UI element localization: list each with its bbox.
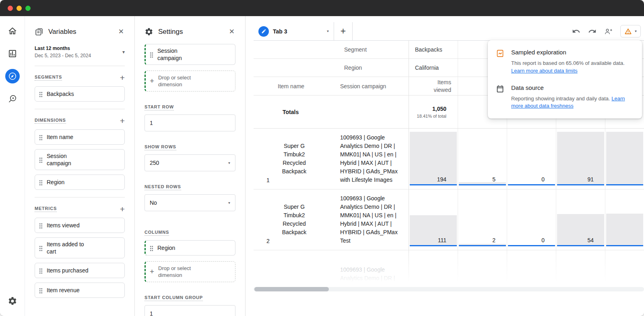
- row-index: 2: [266, 238, 270, 244]
- plus-icon: +: [150, 77, 154, 85]
- cell-bar: [606, 214, 643, 245]
- sampling-status-dropdown[interactable]: ▾: [620, 25, 641, 37]
- variables-panel: Variables ✕ Last 12 months Dec 5, 2023 -…: [25, 16, 135, 316]
- cell-baseline: [459, 184, 506, 185]
- drag-handle-icon: [39, 91, 43, 97]
- date-range: Dec 5, 2023 - Dec 5, 2024: [35, 53, 122, 58]
- nested-rows-label: NESTED ROWS: [144, 184, 181, 190]
- metric-cell: 0: [507, 129, 556, 189]
- variables-icon: [35, 27, 43, 36]
- cell-bar: [410, 284, 457, 287]
- nested-rows-select[interactable]: No ▾: [144, 194, 235, 211]
- drag-handle-icon: [39, 222, 43, 229]
- nav-explore-button[interactable]: [5, 69, 20, 83]
- metric-chip-item-revenue[interactable]: Item revenue: [35, 283, 125, 298]
- show-rows-label: SHOW ROWS: [144, 144, 176, 150]
- data-limits-link[interactable]: Learn more about data limits: [511, 68, 578, 74]
- add-metric-button[interactable]: +: [120, 205, 125, 213]
- column-header-session-campaign[interactable]: Session campaign: [334, 77, 409, 95]
- chevron-down-icon: ▾: [228, 201, 230, 204]
- metric-cell-clipped: [605, 129, 644, 189]
- segments-label: SEGMENTS: [35, 75, 62, 81]
- start-row-label: START ROW: [144, 104, 174, 110]
- calendar-icon: [496, 85, 504, 93]
- dimension-chip-session-campaign[interactable]: Session campaign: [35, 149, 125, 170]
- metric-cell: 2: [458, 189, 507, 250]
- cell-bar: [410, 215, 457, 245]
- sampling-popover: Sampled exploration This report is based…: [488, 40, 642, 118]
- add-segment-button[interactable]: +: [120, 73, 125, 82]
- cell-bar: [557, 214, 604, 245]
- settings-close-button[interactable]: ✕: [227, 27, 236, 37]
- region-label: Region: [334, 59, 409, 77]
- cell-bar: [557, 132, 604, 184]
- region-value: California: [409, 59, 458, 77]
- date-range-selector[interactable]: Last 12 months Dec 5, 2023 - Dec 5, 2024…: [35, 43, 125, 58]
- zoom-window-button[interactable]: [25, 6, 31, 11]
- close-window-button[interactable]: [8, 6, 13, 11]
- rows-chip-session-campaign[interactable]: Session campaign: [144, 44, 235, 65]
- scrollbar-thumb[interactable]: [254, 287, 329, 291]
- data-source-title: Data source: [511, 84, 633, 91]
- redo-icon: [588, 27, 597, 35]
- metric-cell-clipped: [605, 189, 644, 250]
- add-tab-button[interactable]: +: [334, 22, 353, 40]
- tab-3[interactable]: Tab 3 ▾: [254, 22, 334, 40]
- totals-label: Totals: [283, 109, 299, 115]
- totals-share: 18.41% of total: [417, 114, 446, 118]
- nav-rail: [0, 16, 25, 316]
- chevron-down-icon: ▾: [122, 49, 125, 55]
- minimize-window-button[interactable]: [17, 6, 22, 11]
- session-campaign-cell: 1009693 | Google Analytics Demo | DR | M…: [334, 129, 409, 189]
- metric-cell-items-viewed: 194: [409, 129, 458, 189]
- metric-chip-items-viewed[interactable]: Items viewed: [35, 218, 125, 233]
- drag-handle-icon: [39, 157, 43, 163]
- start-column-group-input[interactable]: [144, 305, 235, 316]
- divider: [35, 109, 125, 109]
- canvas-toolbar: ▾: [572, 22, 644, 40]
- dimension-chip-item-name[interactable]: Item name: [35, 129, 125, 145]
- metric-cell-items-viewed: 111: [409, 189, 458, 250]
- variables-title: Variables: [48, 28, 112, 36]
- nav-advertising-button[interactable]: [6, 93, 19, 105]
- cell-baseline: [606, 245, 643, 246]
- undo-button[interactable]: [572, 27, 580, 35]
- nav-reports-button[interactable]: [6, 48, 19, 60]
- table-row-1: 1 Super G Timbuk2 Recycled Backpack 1009…: [254, 129, 644, 189]
- metric-chip-items-added-to-cart[interactable]: Items added to cart: [35, 237, 125, 258]
- explore-compass-icon: [8, 71, 17, 81]
- cell-baseline: [508, 184, 555, 185]
- tab-label: Tab 3: [273, 28, 287, 35]
- add-dimension-button[interactable]: +: [120, 116, 125, 125]
- chevron-down-icon: ▾: [228, 161, 230, 164]
- columns-chip-region[interactable]: Region: [144, 240, 235, 256]
- sampled-title: Sampled exploration: [511, 49, 625, 56]
- cell-baseline: [557, 184, 604, 185]
- start-row-input[interactable]: [144, 114, 235, 131]
- segment-label: Segment: [334, 41, 409, 58]
- cell-baseline: [410, 245, 457, 246]
- home-icon: [8, 26, 17, 36]
- dimensions-label: DIMENSIONS: [35, 118, 66, 124]
- redo-button[interactable]: [588, 27, 597, 35]
- nav-admin-button[interactable]: [6, 295, 19, 307]
- dimension-chip-region[interactable]: Region: [35, 175, 125, 190]
- share-add-user-button[interactable]: [604, 27, 613, 35]
- metric-cell: [409, 250, 458, 287]
- drag-handle-icon: [39, 179, 43, 185]
- segment-chip-backpacks[interactable]: Backpacks: [35, 86, 125, 102]
- app-body: Variables ✕ Last 12 months Dec 5, 2023 -…: [0, 16, 644, 316]
- settings-title: Settings: [158, 28, 223, 36]
- nav-home-button[interactable]: [6, 25, 19, 37]
- metric-chip-items-purchased[interactable]: Items purchased: [35, 263, 125, 278]
- cell-baseline: [459, 245, 506, 246]
- variables-close-button[interactable]: ✕: [117, 27, 126, 37]
- pencil-icon: [261, 29, 266, 34]
- column-header-item-name[interactable]: Item name: [254, 77, 334, 95]
- columns-dropzone[interactable]: + Drop or select dimension: [144, 261, 235, 282]
- rows-dropzone[interactable]: + Drop or select dimension: [144, 71, 235, 91]
- horizontal-scrollbar[interactable]: [254, 287, 644, 291]
- show-rows-select[interactable]: 250 ▾: [144, 154, 235, 171]
- column-header-items-viewed[interactable]: Items viewed: [409, 77, 458, 95]
- drag-handle-icon: [150, 245, 153, 251]
